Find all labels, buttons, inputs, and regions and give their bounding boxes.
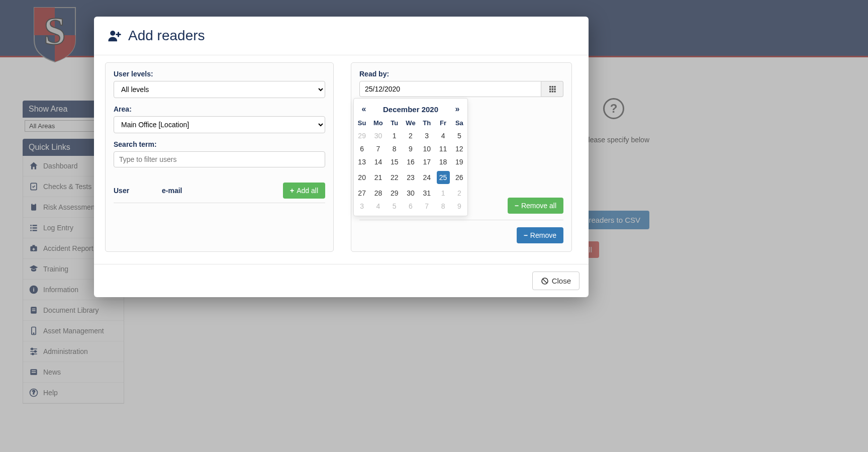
users-table-header: User e-mail + Add all <box>114 174 325 203</box>
close-button[interactable]: Close <box>532 272 580 290</box>
svg-rect-30 <box>554 86 555 87</box>
datepicker-day[interactable]: 15 <box>387 155 403 168</box>
datepicker-day[interactable]: 3 <box>354 200 370 213</box>
datepicker-day[interactable]: 3 <box>419 129 435 142</box>
datepicker-prev[interactable]: « <box>359 105 369 114</box>
datepicker-day[interactable]: 12 <box>451 142 467 155</box>
datepicker-day[interactable]: 13 <box>354 155 370 168</box>
datepicker-day[interactable]: 29 <box>387 187 403 200</box>
datepicker-day[interactable]: 1 <box>435 187 451 200</box>
add-readers-modal: Add readers User levels: All levels Area… <box>94 17 589 297</box>
user-levels-label: User levels: <box>114 70 325 78</box>
minus-icon: − <box>524 231 528 239</box>
datepicker-day[interactable]: 26 <box>451 168 467 187</box>
datepicker-day[interactable]: 6 <box>403 200 419 213</box>
datepicker-day[interactable]: 1 <box>387 129 403 142</box>
datepicker-day[interactable]: 24 <box>419 168 435 187</box>
datepicker-day[interactable]: 2 <box>451 187 467 200</box>
datepicker-next[interactable]: » <box>452 105 462 114</box>
search-input[interactable] <box>114 151 325 167</box>
datepicker-dow: Sa <box>451 117 467 129</box>
area-select-modal[interactable]: Main Office [Location] <box>114 116 325 133</box>
datepicker-day[interactable]: 17 <box>419 155 435 168</box>
datepicker-day[interactable]: 2 <box>403 129 419 142</box>
datepicker-day[interactable]: 27 <box>354 187 370 200</box>
datepicker-day[interactable]: 19 <box>451 155 467 168</box>
th-user: User <box>114 187 162 195</box>
add-all-button[interactable]: + Add all <box>283 183 325 199</box>
ban-icon <box>541 277 549 285</box>
datepicker-day[interactable]: 11 <box>435 142 451 155</box>
datepicker-day[interactable]: 4 <box>435 129 451 142</box>
datepicker-day[interactable]: 7 <box>419 200 435 213</box>
read-by-input[interactable] <box>359 81 541 97</box>
svg-rect-31 <box>549 88 551 90</box>
datepicker-title[interactable]: December 2020 <box>369 105 452 114</box>
user-levels-select[interactable]: All levels <box>114 81 325 98</box>
grid-icon <box>548 85 556 93</box>
datepicker-dow: Tu <box>387 117 403 129</box>
calendar-button[interactable] <box>541 81 563 97</box>
datepicker-day[interactable]: 5 <box>387 200 403 213</box>
svg-rect-36 <box>554 91 555 92</box>
area-label: Area: <box>114 105 325 113</box>
datepicker-day[interactable]: 22 <box>387 168 403 187</box>
svg-rect-29 <box>551 86 553 87</box>
remove-all-button[interactable]: − Remove all <box>508 198 563 214</box>
modal-header: Add readers <box>94 17 589 55</box>
svg-rect-33 <box>554 88 555 90</box>
remove-button[interactable]: − Remove <box>517 227 563 243</box>
datepicker-dow: Su <box>354 117 370 129</box>
svg-rect-34 <box>549 91 551 92</box>
datepicker-day[interactable]: 21 <box>370 168 386 187</box>
datepicker-day[interactable]: 14 <box>370 155 386 168</box>
search-label: Search term: <box>114 140 325 148</box>
right-panel: Read by: « December 2020 <box>351 62 572 252</box>
datepicker-dow: We <box>403 117 419 129</box>
svg-rect-32 <box>551 88 553 90</box>
datepicker-day[interactable]: 16 <box>403 155 419 168</box>
datepicker-day[interactable]: 9 <box>403 142 419 155</box>
plus-icon: + <box>290 187 294 195</box>
datepicker-day[interactable]: 30 <box>370 129 386 142</box>
datepicker-day[interactable]: 29 <box>354 129 370 142</box>
datepicker-day[interactable]: 6 <box>354 142 370 155</box>
user-plus-icon <box>106 28 123 43</box>
datepicker-day[interactable]: 5 <box>451 129 467 142</box>
modal-title: Add readers <box>128 28 205 44</box>
datepicker-day[interactable]: 8 <box>387 142 403 155</box>
datepicker-day[interactable]: 8 <box>435 200 451 213</box>
datepicker-dow: Mo <box>370 117 386 129</box>
datepicker-day[interactable]: 20 <box>354 168 370 187</box>
th-email: e-mail <box>162 187 283 195</box>
datepicker-day[interactable]: 18 <box>435 155 451 168</box>
minus-icon: − <box>515 202 519 210</box>
datepicker-day[interactable]: 30 <box>403 187 419 200</box>
svg-rect-28 <box>549 86 551 87</box>
datepicker-day[interactable]: 4 <box>370 200 386 213</box>
datepicker-day[interactable]: 25 <box>435 168 451 187</box>
datepicker-day[interactable]: 28 <box>370 187 386 200</box>
left-panel: User levels: All levels Area: Main Offic… <box>105 62 334 252</box>
datepicker-day[interactable]: 7 <box>370 142 386 155</box>
datepicker-day[interactable]: 31 <box>419 187 435 200</box>
datepicker-day[interactable]: 23 <box>403 168 419 187</box>
read-by-label: Read by: <box>359 70 563 78</box>
datepicker: « December 2020 » SuMoTuWeThFrSa 2930123… <box>353 98 468 216</box>
svg-point-27 <box>110 31 115 36</box>
svg-rect-35 <box>551 91 553 92</box>
modal-footer: Close <box>94 264 589 297</box>
datepicker-day[interactable]: 10 <box>419 142 435 155</box>
datepicker-day[interactable]: 9 <box>451 200 467 213</box>
datepicker-dow: Fr <box>435 117 451 129</box>
datepicker-grid: SuMoTuWeThFrSa 2930123456789101112131415… <box>354 117 467 213</box>
datepicker-dow: Th <box>419 117 435 129</box>
